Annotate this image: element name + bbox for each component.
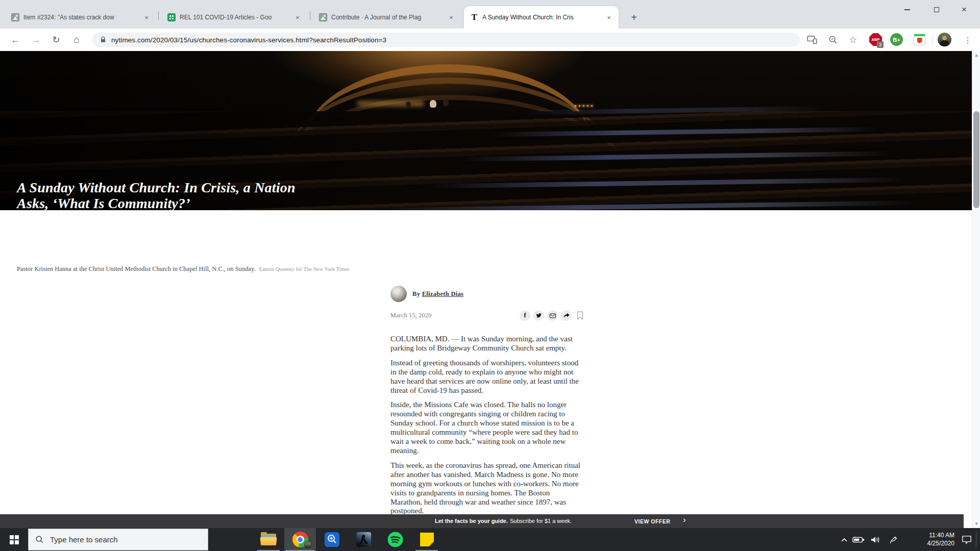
tab-close-icon[interactable]: × bbox=[604, 13, 614, 22]
article-meta-row: March 15, 2020 f bbox=[390, 310, 583, 321]
email-share-icon[interactable] bbox=[547, 310, 558, 321]
forward-icon[interactable]: → bbox=[29, 33, 43, 47]
facebook-share-icon[interactable]: f bbox=[520, 310, 530, 321]
start-button[interactable] bbox=[0, 528, 28, 551]
taskbar-search-input[interactable]: Type here to search bbox=[28, 529, 208, 550]
taskbar-kindle[interactable] bbox=[348, 528, 379, 551]
bookmark-save-icon[interactable] bbox=[577, 311, 583, 320]
tab-title: A Sunday Without Church: In Cris bbox=[482, 14, 601, 21]
photo-caption: Pastor Kristen Hanna at the Christ Unite… bbox=[17, 264, 349, 273]
photo-credit: Eamon Queeney for The New York Times bbox=[259, 266, 350, 272]
paragraph: Instead of greeting thousands of worship… bbox=[390, 359, 583, 395]
home-icon[interactable]: ⌂ bbox=[69, 33, 84, 47]
google-sheets-favicon bbox=[167, 13, 176, 21]
file-explorer-icon bbox=[261, 534, 276, 545]
share-arrow-icon[interactable] bbox=[561, 310, 572, 321]
kindle-icon bbox=[356, 532, 371, 547]
url-text[interactable]: nytimes.com/2020/03/15/us/churches-coron… bbox=[111, 36, 386, 44]
headline-line-1: A Sunday Without Church: In Crisis, a Na… bbox=[17, 180, 296, 195]
offer-text: Let the facts be your guide.Subscribe fo… bbox=[435, 518, 572, 524]
journal-image-favicon bbox=[11, 13, 19, 21]
tab-rel101-articles[interactable]: REL 101 COVID-19 Articles - Goo × bbox=[161, 6, 307, 29]
search-icon bbox=[35, 535, 44, 544]
windows-ink-pen-icon[interactable] bbox=[887, 528, 900, 551]
article-body: By Elizabeth Dias March 15, 2020 f bbox=[390, 286, 583, 528]
new-tab-button[interactable]: + bbox=[627, 10, 641, 24]
tab-divider bbox=[158, 11, 159, 20]
chrome-profile-badge bbox=[304, 541, 312, 548]
author-avatar bbox=[390, 286, 407, 302]
page-content: A Sunday Without Church: In Crisis, a Na… bbox=[0, 51, 980, 528]
windows-logo-icon bbox=[10, 535, 18, 544]
taskbar-sticky-notes[interactable] bbox=[411, 528, 443, 551]
taskbar-file-explorer[interactable] bbox=[253, 528, 284, 551]
bplus-extension-icon[interactable]: B+ bbox=[890, 33, 903, 46]
journal-image-favicon bbox=[319, 13, 327, 21]
browser-toolbar: ← → ↻ ⌂ nytimes.com/2020/03/15/us/church… bbox=[0, 29, 980, 51]
tab-close-icon[interactable]: × bbox=[447, 13, 456, 22]
nyt-favicon: T bbox=[470, 13, 478, 21]
paragraph: COLUMBIA, MD. — It was Sunday morning, a… bbox=[390, 335, 583, 353]
article-paragraphs: COLUMBIA, MD. — It was Sunday morning, a… bbox=[390, 335, 583, 528]
show-desktop-button[interactable] bbox=[976, 532, 976, 547]
caption-text: Pastor Kristen Hanna at the Christ Unite… bbox=[17, 265, 256, 272]
action-center-icon[interactable] bbox=[960, 528, 974, 551]
byline: By Elizabeth Dias bbox=[412, 290, 463, 298]
adblock-badge: 3 bbox=[877, 41, 884, 48]
clock-time: 11:40 AM bbox=[927, 531, 954, 539]
search-placeholder: Type here to search bbox=[50, 535, 118, 544]
tab-close-icon[interactable]: × bbox=[142, 13, 151, 22]
padlock-icon bbox=[100, 36, 107, 44]
send-to-device-icon[interactable] bbox=[805, 33, 819, 47]
tab-title: REL 101 COVID-19 Articles - Goo bbox=[180, 14, 290, 21]
window-minimize-button[interactable] bbox=[895, 0, 919, 19]
volume-icon[interactable] bbox=[869, 528, 882, 551]
shield-extension-icon[interactable] bbox=[914, 34, 925, 45]
taskbar-clock[interactable]: 11:40 AM 4/25/2020 bbox=[927, 531, 954, 547]
paragraph: Inside, the Missions Cafe was closed. Th… bbox=[390, 400, 583, 455]
hero-image: A Sunday Without Church: In Crisis, a Na… bbox=[0, 51, 972, 210]
taskbar-chrome[interactable] bbox=[284, 528, 316, 551]
sticky-notes-icon bbox=[420, 533, 434, 546]
window-close-button[interactable]: × bbox=[952, 0, 976, 19]
bookmark-star-icon[interactable]: ☆ bbox=[846, 33, 860, 47]
logos-app-icon bbox=[325, 532, 339, 547]
tab-title: Item #2324: "As states crack dow bbox=[23, 14, 139, 21]
address-bar[interactable]: nytimes.com/2020/03/15/us/churches-coron… bbox=[92, 33, 800, 47]
scroll-down-icon[interactable]: ▼ bbox=[972, 521, 980, 526]
browser-tab-bar: Item #2324: "As states crack dow × REL 1… bbox=[0, 0, 980, 29]
screen: Item #2324: "As states crack dow × REL 1… bbox=[0, 0, 980, 551]
tab-item-2324[interactable]: Item #2324: "As states crack dow × bbox=[5, 6, 156, 29]
clock-date: 4/25/2020 bbox=[927, 539, 954, 547]
scrollbar-thumb[interactable] bbox=[973, 111, 979, 208]
reload-icon[interactable]: ↻ bbox=[49, 33, 63, 47]
taskbar-logos-app[interactable] bbox=[316, 528, 348, 551]
tray-chevron-up-icon[interactable] bbox=[840, 528, 849, 551]
article-headline-block: A Sunday Without Church: In Crisis, a Na… bbox=[17, 180, 296, 210]
offer-chevron-icon[interactable]: › bbox=[683, 515, 686, 525]
tab-nyt-article-active[interactable]: T A Sunday Without Church: In Cris × bbox=[464, 6, 619, 29]
battery-icon[interactable] bbox=[851, 528, 866, 551]
tab-title: Contribute · A Journal of the Plag bbox=[331, 14, 444, 21]
twitter-share-icon[interactable] bbox=[533, 310, 544, 321]
zoom-out-icon[interactable] bbox=[826, 33, 840, 47]
publish-date: March 15, 2020 bbox=[390, 312, 432, 319]
spotify-icon bbox=[387, 532, 403, 547]
tab-close-icon[interactable]: × bbox=[293, 13, 302, 22]
byline-row: By Elizabeth Dias bbox=[390, 286, 583, 302]
author-link[interactable]: Elizabeth Dias bbox=[422, 290, 464, 297]
paragraph: This week, as the coronavirus has spread… bbox=[390, 461, 583, 516]
window-maximize-button[interactable] bbox=[925, 0, 948, 19]
subscription-banner: Let the facts be your guide.Subscribe fo… bbox=[0, 514, 964, 528]
view-offer-button[interactable]: VIEW OFFER bbox=[634, 518, 670, 524]
headline-line-2: Asks, ‘What Is Community?’ bbox=[17, 195, 296, 210]
browser-menu-icon[interactable]: ⋮ bbox=[962, 33, 974, 47]
profile-avatar[interactable] bbox=[938, 33, 951, 46]
page-scrollbar[interactable]: ▲ ▼ bbox=[972, 51, 980, 528]
scroll-up-icon[interactable]: ▲ bbox=[972, 53, 980, 58]
share-toolbar: f bbox=[520, 310, 583, 321]
taskbar-spotify[interactable] bbox=[379, 528, 411, 551]
windows-taskbar: Type here to search bbox=[0, 528, 980, 551]
tab-contribute-journal[interactable]: Contribute · A Journal of the Plag × bbox=[313, 6, 461, 29]
back-icon[interactable]: ← bbox=[8, 33, 22, 47]
